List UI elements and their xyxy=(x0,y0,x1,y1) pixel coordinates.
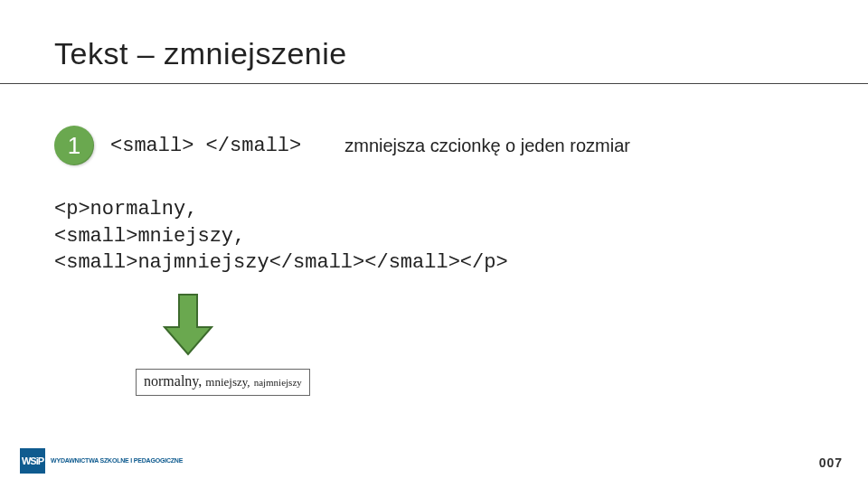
logo-text: WYDAWNICTWA SZKOLNE I PEDAGOGICZNE xyxy=(51,457,183,464)
output-smaller: mniejszy, xyxy=(205,375,250,389)
tag-code: <small> </small> xyxy=(110,135,301,157)
footer: WSiP WYDAWNICTWA SZKOLNE I PEDAGOGICZNE … xyxy=(0,446,868,479)
logo-mark: WSiP xyxy=(20,448,45,474)
publisher-logo: WSiP WYDAWNICTWA SZKOLNE I PEDAGOGICZNE xyxy=(20,448,183,474)
title-underline xyxy=(0,83,868,84)
arrow-down-icon xyxy=(163,293,814,356)
output-smallest: najmniejszy xyxy=(254,377,302,388)
step-badge: 1 xyxy=(54,126,94,165)
page-number: 007 xyxy=(819,455,843,470)
tag-row: 1 <small> </small> zmniejsza czcionkę o … xyxy=(54,126,814,165)
slide: Tekst – zmniejszenie 1 <small> </small> … xyxy=(0,0,868,488)
tag-description: zmniejsza czcionkę o jeden rozmiar xyxy=(344,136,630,156)
output-normal: normalny, xyxy=(144,373,202,389)
code-example: <p>normalny, <small>mniejszy, <small>naj… xyxy=(54,196,814,277)
slide-title: Tekst – zmniejszenie xyxy=(54,36,814,71)
rendered-output-box: normalny, mniejszy, najmniejszy xyxy=(136,369,310,396)
